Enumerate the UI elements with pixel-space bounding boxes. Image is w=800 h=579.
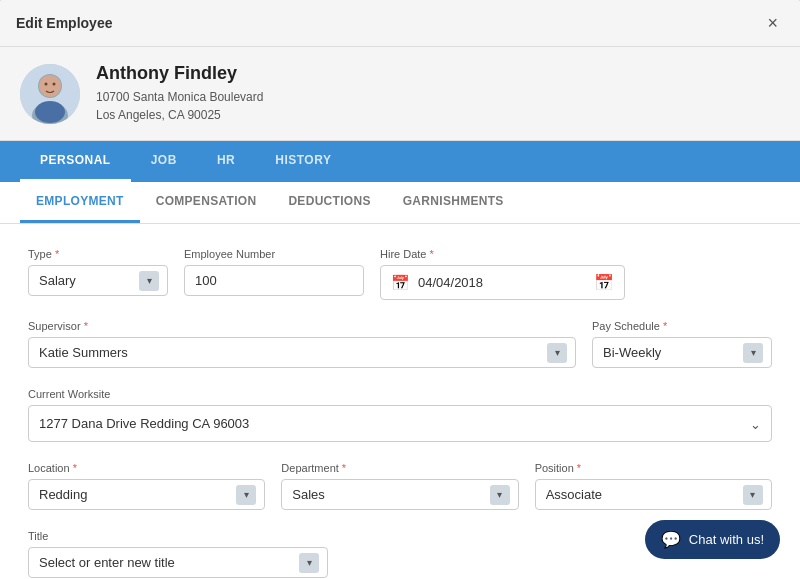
chat-button-label: Chat with us! <box>689 532 764 547</box>
title-group: Title Select or enter new title ▾ <box>28 530 328 578</box>
position-group: Position * Associate ▾ <box>535 462 772 510</box>
employee-address-line1: 10700 Santa Monica Boulevard <box>96 88 263 106</box>
form-row-3: Current Worksite 1277 Dana Drive Redding… <box>28 388 772 442</box>
avatar <box>20 64 80 124</box>
type-group: Type * Salary Hourly ▾ <box>28 248 168 300</box>
type-select[interactable]: Salary Hourly <box>29 266 167 295</box>
chat-icon: 💬 <box>661 530 681 549</box>
modal-title: Edit Employee <box>16 15 112 31</box>
calendar-toggle-icon[interactable]: 📅 <box>594 273 614 292</box>
hire-date-wrapper[interactable]: 📅 📅 <box>380 265 625 300</box>
tab-history[interactable]: HISTORY <box>255 141 351 182</box>
tab-personal[interactable]: PERSONAL <box>20 141 131 182</box>
location-group: Location * Redding ▾ <box>28 462 265 510</box>
location-label: Location * <box>28 462 265 474</box>
pay-schedule-label: Pay Schedule * <box>592 320 772 332</box>
title-label: Title <box>28 530 328 542</box>
hire-date-group: Hire Date * 📅 📅 <box>380 248 625 300</box>
chat-button[interactable]: 💬 Chat with us! <box>645 520 780 559</box>
employee-number-input[interactable] <box>184 265 364 296</box>
type-label: Type * <box>28 248 168 260</box>
form-row-2: Supervisor * Katie Summers ▾ Pay Schedul… <box>28 320 772 368</box>
title-select[interactable]: Select or enter new title <box>29 548 327 577</box>
location-select-wrapper[interactable]: Redding ▾ <box>28 479 265 510</box>
worksite-label: Current Worksite <box>28 388 772 400</box>
secondary-tab-bar: EMPLOYMENT COMPENSATION DEDUCTIONS GARNI… <box>0 182 800 224</box>
worksite-select-wrapper[interactable]: 1277 Dana Drive Redding CA 96003 ⌄ <box>28 405 772 442</box>
hire-date-input[interactable] <box>418 275 586 290</box>
employee-info-bar: Anthony Findley 10700 Santa Monica Boule… <box>0 47 800 141</box>
close-button[interactable]: × <box>761 12 784 34</box>
tab-compensation[interactable]: COMPENSATION <box>140 182 273 223</box>
tab-employment[interactable]: EMPLOYMENT <box>20 182 140 223</box>
worksite-select[interactable]: 1277 Dana Drive Redding CA 96003 <box>29 406 771 441</box>
pay-schedule-select[interactable]: Bi-Weekly Weekly Monthly <box>593 338 771 367</box>
position-label: Position * <box>535 462 772 474</box>
pay-schedule-group: Pay Schedule * Bi-Weekly Weekly Monthly … <box>592 320 772 368</box>
worksite-group: Current Worksite 1277 Dana Drive Redding… <box>28 388 772 442</box>
employee-details: Anthony Findley 10700 Santa Monica Boule… <box>96 63 263 124</box>
pay-schedule-select-wrapper[interactable]: Bi-Weekly Weekly Monthly ▾ <box>592 337 772 368</box>
department-select-wrapper[interactable]: Sales ▾ <box>281 479 518 510</box>
tab-deductions[interactable]: DEDUCTIONS <box>272 182 386 223</box>
tab-garnishments[interactable]: GARNISHMENTS <box>387 182 520 223</box>
tab-job[interactable]: JOB <box>131 141 197 182</box>
svg-point-6 <box>35 101 65 123</box>
department-select[interactable]: Sales <box>282 480 517 509</box>
supervisor-label: Supervisor * <box>28 320 576 332</box>
department-label: Department * <box>281 462 518 474</box>
type-select-wrapper[interactable]: Salary Hourly ▾ <box>28 265 168 296</box>
department-group: Department * Sales ▾ <box>281 462 518 510</box>
position-select[interactable]: Associate <box>536 480 771 509</box>
employee-name: Anthony Findley <box>96 63 263 84</box>
supervisor-select-wrapper[interactable]: Katie Summers ▾ <box>28 337 576 368</box>
title-select-wrapper[interactable]: Select or enter new title ▾ <box>28 547 328 578</box>
modal: Edit Employee × Anthony Findley 10700 Sa… <box>0 0 800 579</box>
svg-point-3 <box>39 75 61 97</box>
employee-number-group: Employee Number <box>184 248 364 300</box>
calendar-icon: 📅 <box>391 274 410 292</box>
supervisor-select[interactable]: Katie Summers <box>29 338 575 367</box>
hire-date-label: Hire Date * <box>380 248 625 260</box>
position-select-wrapper[interactable]: Associate ▾ <box>535 479 772 510</box>
form-row-1: Type * Salary Hourly ▾ Employee Number H… <box>28 248 772 300</box>
primary-tab-bar: PERSONAL JOB HR HISTORY <box>0 141 800 182</box>
location-select[interactable]: Redding <box>29 480 264 509</box>
form-row-4: Location * Redding ▾ Department * Sales <box>28 462 772 510</box>
tab-hr[interactable]: HR <box>197 141 255 182</box>
employee-number-label: Employee Number <box>184 248 364 260</box>
svg-point-4 <box>45 82 48 85</box>
svg-point-5 <box>53 82 56 85</box>
modal-header: Edit Employee × <box>0 0 800 47</box>
employee-address-line2: Los Angeles, CA 90025 <box>96 106 263 124</box>
supervisor-group: Supervisor * Katie Summers ▾ <box>28 320 576 368</box>
